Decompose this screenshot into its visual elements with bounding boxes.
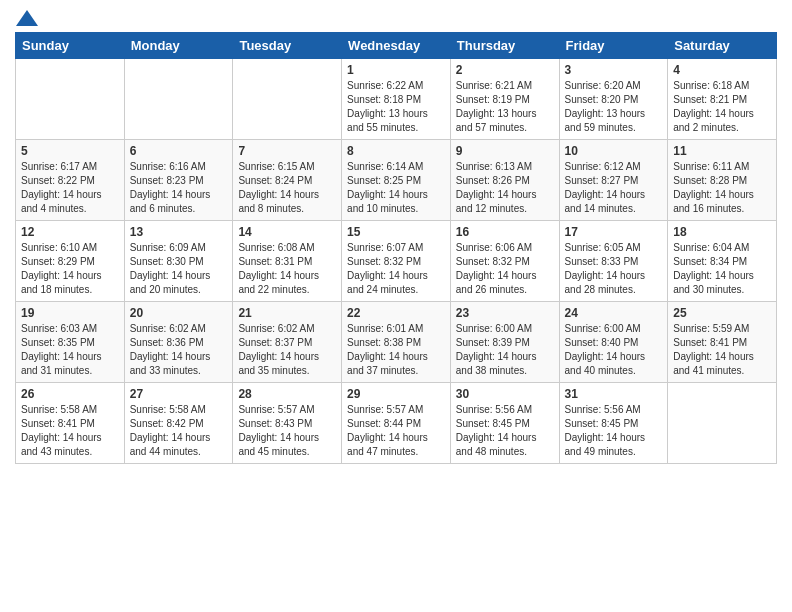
day-of-week-header: Wednesday (342, 33, 451, 59)
day-of-week-header: Monday (124, 33, 233, 59)
calendar-cell: 18Sunrise: 6:04 AM Sunset: 8:34 PM Dayli… (668, 221, 777, 302)
day-number: 19 (21, 306, 119, 320)
day-number: 6 (130, 144, 228, 158)
calendar-cell: 13Sunrise: 6:09 AM Sunset: 8:30 PM Dayli… (124, 221, 233, 302)
day-number: 12 (21, 225, 119, 239)
calendar-cell: 10Sunrise: 6:12 AM Sunset: 8:27 PM Dayli… (559, 140, 668, 221)
day-number: 1 (347, 63, 445, 77)
day-number: 18 (673, 225, 771, 239)
day-info: Sunrise: 5:57 AM Sunset: 8:44 PM Dayligh… (347, 403, 445, 459)
day-number: 11 (673, 144, 771, 158)
day-number: 22 (347, 306, 445, 320)
day-info: Sunrise: 6:02 AM Sunset: 8:36 PM Dayligh… (130, 322, 228, 378)
day-of-week-header: Tuesday (233, 33, 342, 59)
calendar-cell: 17Sunrise: 6:05 AM Sunset: 8:33 PM Dayli… (559, 221, 668, 302)
day-number: 21 (238, 306, 336, 320)
calendar-cell (668, 383, 777, 464)
calendar-cell: 28Sunrise: 5:57 AM Sunset: 8:43 PM Dayli… (233, 383, 342, 464)
calendar-cell: 12Sunrise: 6:10 AM Sunset: 8:29 PM Dayli… (16, 221, 125, 302)
calendar-cell: 24Sunrise: 6:00 AM Sunset: 8:40 PM Dayli… (559, 302, 668, 383)
day-info: Sunrise: 5:57 AM Sunset: 8:43 PM Dayligh… (238, 403, 336, 459)
day-of-week-header: Friday (559, 33, 668, 59)
calendar-week-row: 19Sunrise: 6:03 AM Sunset: 8:35 PM Dayli… (16, 302, 777, 383)
calendar-cell: 22Sunrise: 6:01 AM Sunset: 8:38 PM Dayli… (342, 302, 451, 383)
day-info: Sunrise: 6:02 AM Sunset: 8:37 PM Dayligh… (238, 322, 336, 378)
calendar-cell (16, 59, 125, 140)
calendar-cell: 30Sunrise: 5:56 AM Sunset: 8:45 PM Dayli… (450, 383, 559, 464)
day-number: 27 (130, 387, 228, 401)
day-number: 31 (565, 387, 663, 401)
day-info: Sunrise: 6:20 AM Sunset: 8:20 PM Dayligh… (565, 79, 663, 135)
calendar-cell: 31Sunrise: 5:56 AM Sunset: 8:45 PM Dayli… (559, 383, 668, 464)
day-of-week-header: Thursday (450, 33, 559, 59)
calendar-cell: 11Sunrise: 6:11 AM Sunset: 8:28 PM Dayli… (668, 140, 777, 221)
day-of-week-header: Sunday (16, 33, 125, 59)
day-number: 16 (456, 225, 554, 239)
calendar-cell: 6Sunrise: 6:16 AM Sunset: 8:23 PM Daylig… (124, 140, 233, 221)
day-number: 3 (565, 63, 663, 77)
day-number: 25 (673, 306, 771, 320)
day-info: Sunrise: 6:12 AM Sunset: 8:27 PM Dayligh… (565, 160, 663, 216)
calendar-week-row: 12Sunrise: 6:10 AM Sunset: 8:29 PM Dayli… (16, 221, 777, 302)
day-number: 14 (238, 225, 336, 239)
calendar-cell: 15Sunrise: 6:07 AM Sunset: 8:32 PM Dayli… (342, 221, 451, 302)
calendar-table: SundayMondayTuesdayWednesdayThursdayFrid… (15, 32, 777, 464)
day-number: 8 (347, 144, 445, 158)
calendar-cell: 21Sunrise: 6:02 AM Sunset: 8:37 PM Dayli… (233, 302, 342, 383)
calendar-cell: 7Sunrise: 6:15 AM Sunset: 8:24 PM Daylig… (233, 140, 342, 221)
day-number: 30 (456, 387, 554, 401)
day-number: 10 (565, 144, 663, 158)
day-info: Sunrise: 5:56 AM Sunset: 8:45 PM Dayligh… (456, 403, 554, 459)
day-info: Sunrise: 6:11 AM Sunset: 8:28 PM Dayligh… (673, 160, 771, 216)
calendar-cell: 23Sunrise: 6:00 AM Sunset: 8:39 PM Dayli… (450, 302, 559, 383)
calendar-week-row: 5Sunrise: 6:17 AM Sunset: 8:22 PM Daylig… (16, 140, 777, 221)
day-number: 9 (456, 144, 554, 158)
day-info: Sunrise: 6:07 AM Sunset: 8:32 PM Dayligh… (347, 241, 445, 297)
calendar-cell: 29Sunrise: 5:57 AM Sunset: 8:44 PM Dayli… (342, 383, 451, 464)
day-info: Sunrise: 6:00 AM Sunset: 8:39 PM Dayligh… (456, 322, 554, 378)
day-number: 20 (130, 306, 228, 320)
day-info: Sunrise: 6:06 AM Sunset: 8:32 PM Dayligh… (456, 241, 554, 297)
day-info: Sunrise: 6:08 AM Sunset: 8:31 PM Dayligh… (238, 241, 336, 297)
day-info: Sunrise: 6:21 AM Sunset: 8:19 PM Dayligh… (456, 79, 554, 135)
day-number: 23 (456, 306, 554, 320)
calendar-week-row: 1Sunrise: 6:22 AM Sunset: 8:18 PM Daylig… (16, 59, 777, 140)
calendar-cell (233, 59, 342, 140)
day-info: Sunrise: 6:15 AM Sunset: 8:24 PM Dayligh… (238, 160, 336, 216)
day-number: 7 (238, 144, 336, 158)
header (15, 10, 777, 22)
day-info: Sunrise: 5:59 AM Sunset: 8:41 PM Dayligh… (673, 322, 771, 378)
calendar-cell: 26Sunrise: 5:58 AM Sunset: 8:41 PM Dayli… (16, 383, 125, 464)
day-info: Sunrise: 6:05 AM Sunset: 8:33 PM Dayligh… (565, 241, 663, 297)
calendar-cell: 27Sunrise: 5:58 AM Sunset: 8:42 PM Dayli… (124, 383, 233, 464)
day-info: Sunrise: 5:58 AM Sunset: 8:41 PM Dayligh… (21, 403, 119, 459)
calendar-cell: 5Sunrise: 6:17 AM Sunset: 8:22 PM Daylig… (16, 140, 125, 221)
calendar-cell: 1Sunrise: 6:22 AM Sunset: 8:18 PM Daylig… (342, 59, 451, 140)
calendar-week-row: 26Sunrise: 5:58 AM Sunset: 8:41 PM Dayli… (16, 383, 777, 464)
day-info: Sunrise: 6:14 AM Sunset: 8:25 PM Dayligh… (347, 160, 445, 216)
day-number: 5 (21, 144, 119, 158)
calendar-cell: 9Sunrise: 6:13 AM Sunset: 8:26 PM Daylig… (450, 140, 559, 221)
calendar-cell: 8Sunrise: 6:14 AM Sunset: 8:25 PM Daylig… (342, 140, 451, 221)
calendar-cell: 19Sunrise: 6:03 AM Sunset: 8:35 PM Dayli… (16, 302, 125, 383)
calendar-page: SundayMondayTuesdayWednesdayThursdayFrid… (0, 0, 792, 612)
calendar-cell: 25Sunrise: 5:59 AM Sunset: 8:41 PM Dayli… (668, 302, 777, 383)
day-info: Sunrise: 6:03 AM Sunset: 8:35 PM Dayligh… (21, 322, 119, 378)
calendar-cell: 20Sunrise: 6:02 AM Sunset: 8:36 PM Dayli… (124, 302, 233, 383)
day-info: Sunrise: 6:17 AM Sunset: 8:22 PM Dayligh… (21, 160, 119, 216)
day-number: 28 (238, 387, 336, 401)
day-number: 17 (565, 225, 663, 239)
day-info: Sunrise: 6:01 AM Sunset: 8:38 PM Dayligh… (347, 322, 445, 378)
day-info: Sunrise: 5:58 AM Sunset: 8:42 PM Dayligh… (130, 403, 228, 459)
day-number: 29 (347, 387, 445, 401)
day-number: 15 (347, 225, 445, 239)
calendar-cell: 14Sunrise: 6:08 AM Sunset: 8:31 PM Dayli… (233, 221, 342, 302)
day-number: 24 (565, 306, 663, 320)
calendar-cell (124, 59, 233, 140)
svg-marker-0 (16, 10, 38, 26)
day-of-week-header: Saturday (668, 33, 777, 59)
day-info: Sunrise: 6:16 AM Sunset: 8:23 PM Dayligh… (130, 160, 228, 216)
day-number: 4 (673, 63, 771, 77)
calendar-cell: 4Sunrise: 6:18 AM Sunset: 8:21 PM Daylig… (668, 59, 777, 140)
day-info: Sunrise: 6:04 AM Sunset: 8:34 PM Dayligh… (673, 241, 771, 297)
